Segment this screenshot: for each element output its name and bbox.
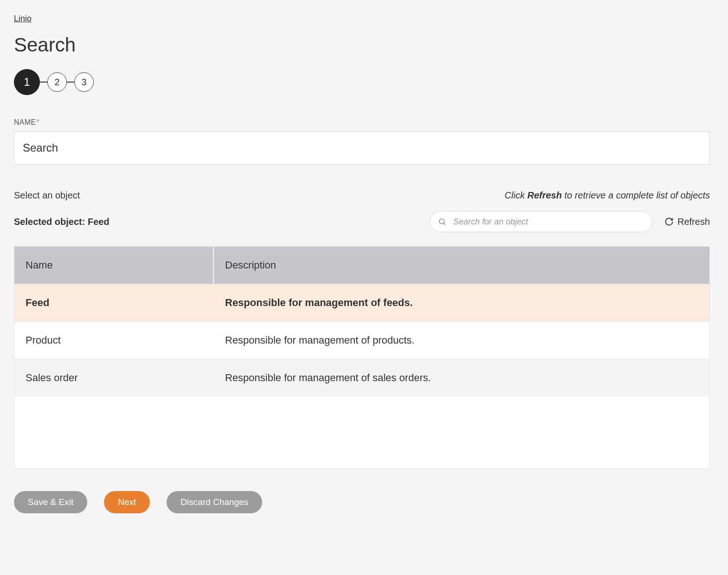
object-search-input[interactable]: [430, 211, 652, 232]
table-row[interactable]: Sales orderResponsible for management of…: [14, 359, 709, 396]
svg-line-1: [444, 223, 445, 224]
discard-button[interactable]: Discard Changes: [167, 491, 262, 513]
next-button[interactable]: Next: [104, 491, 150, 513]
cell-name: Sales order: [14, 372, 214, 384]
step-connector: [67, 82, 74, 83]
page-title: Search: [14, 34, 714, 56]
cell-description: Responsible for management of feeds.: [214, 297, 709, 309]
search-icon: [438, 217, 446, 226]
selected-object-label: Selected object: Feed: [14, 217, 110, 227]
refresh-icon: [664, 217, 674, 226]
step-2[interactable]: 2: [47, 72, 67, 92]
action-bar: Save & Exit Next Discard Changes: [14, 491, 714, 513]
name-field-label: NAME*: [14, 118, 714, 127]
stepper: 123: [14, 69, 714, 95]
name-label-text: NAME: [14, 118, 36, 126]
cell-description: Responsible for management of sales orde…: [214, 372, 709, 384]
refresh-button[interactable]: Refresh: [664, 217, 710, 227]
step-1[interactable]: 1: [14, 69, 40, 95]
name-input[interactable]: [14, 131, 710, 165]
select-object-label: Select an object: [14, 190, 80, 201]
refresh-hint: Click Refresh to retrieve a complete lis…: [505, 190, 710, 201]
selected-value: Feed: [88, 217, 110, 227]
cell-description: Responsible for management of products.: [214, 334, 709, 346]
table-header-description: Description: [214, 259, 709, 271]
required-asterisk: *: [36, 118, 39, 126]
table-header-row: Name Description: [14, 247, 709, 284]
save-exit-button[interactable]: Save & Exit: [14, 491, 87, 513]
object-table: Name Description FeedResponsible for man…: [14, 246, 710, 469]
hint-suffix: to retrieve a complete list of objects: [562, 190, 710, 200]
object-search-wrap: [430, 211, 652, 232]
table-row[interactable]: FeedResponsible for management of feeds.: [14, 284, 709, 321]
hint-bold: Refresh: [527, 190, 561, 200]
table-row[interactable]: ProductResponsible for management of pro…: [14, 321, 709, 359]
step-3[interactable]: 3: [74, 72, 94, 92]
breadcrumb-linio[interactable]: Linio: [14, 14, 32, 24]
cell-name: Feed: [14, 297, 214, 309]
step-connector: [40, 82, 47, 83]
refresh-label: Refresh: [677, 217, 710, 227]
svg-point-0: [439, 219, 445, 224]
selected-prefix: Selected object:: [14, 217, 88, 227]
table-header-name: Name: [14, 247, 214, 284]
hint-prefix: Click: [505, 190, 528, 200]
cell-name: Product: [14, 334, 214, 346]
